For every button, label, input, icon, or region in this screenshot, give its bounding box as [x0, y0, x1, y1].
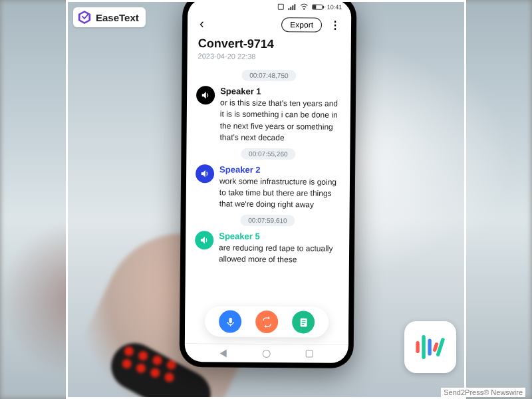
transcript-text: work some infrastructure is going to tak…	[219, 176, 340, 211]
action-bar	[205, 306, 329, 338]
phone-device: 10:41 ‹ Export ⋮ Convert-9714 2023-04-20…	[180, 2, 357, 368]
app-icon	[404, 321, 456, 373]
nav-recent-icon[interactable]	[305, 350, 313, 358]
sound-icon	[195, 231, 213, 249]
record-button[interactable]	[219, 310, 241, 332]
svg-rect-7	[279, 4, 284, 9]
transcript-text: or is this size that's ten years and it …	[219, 97, 341, 144]
brand-logo-icon	[77, 10, 92, 25]
back-button[interactable]: ‹	[196, 15, 208, 33]
sim-icon	[278, 3, 285, 10]
newswire-credit: Send2Press® Newswire	[441, 388, 525, 397]
status-time: 10:41	[327, 4, 342, 11]
timestamp-pill: 00:07:48,750	[241, 70, 297, 82]
svg-rect-2	[416, 341, 419, 353]
svg-rect-8	[289, 8, 290, 10]
brand-badge: EaseText	[73, 7, 146, 27]
android-nav-bar	[185, 343, 348, 363]
export-button[interactable]: Export	[281, 17, 322, 33]
page-datetime: 2023-04-20 22:38	[198, 52, 340, 61]
speaker-label: Speaker 2	[219, 164, 340, 176]
svg-rect-11	[295, 4, 296, 10]
image-frame: EaseText 10:41	[66, 0, 466, 399]
battery-icon	[313, 5, 323, 10]
sound-icon	[196, 164, 214, 183]
timestamp-pill: 00:07:55,260	[241, 148, 296, 160]
speaker-label: Speaker 5	[219, 231, 340, 242]
transcript-entry[interactable]: Speaker 1 or is this size that's ten yea…	[196, 86, 341, 144]
signal-icon	[289, 3, 297, 10]
repeat-button[interactable]	[255, 311, 278, 333]
nav-back-icon[interactable]	[220, 349, 227, 357]
nav-home-icon[interactable]	[262, 349, 270, 357]
svg-rect-9	[291, 7, 292, 10]
svg-point-12	[304, 8, 305, 9]
title-block: Convert-9714 2023-04-20 22:38	[188, 37, 351, 66]
wifi-icon	[301, 3, 309, 10]
transcript-text: are reducing red tape to actually allowe…	[219, 242, 340, 266]
page-title: Convert-9714	[198, 37, 340, 52]
image-frame-inner: EaseText 10:41	[68, 2, 464, 397]
app-header: ‹ Export ⋮	[188, 13, 351, 38]
notes-button[interactable]	[292, 311, 315, 333]
timestamp-pill: 00:07:59,610	[240, 214, 295, 226]
svg-rect-10	[293, 5, 294, 10]
brand-name: EaseText	[96, 12, 139, 23]
sound-icon	[196, 86, 215, 104]
transcript-entry[interactable]: Speaker 2 work some infrastructure is go…	[196, 164, 341, 211]
transcript-entry[interactable]: Speaker 5 are reducing red tape to actua…	[195, 231, 340, 267]
svg-rect-3	[422, 335, 425, 359]
svg-rect-4	[428, 338, 431, 355]
svg-rect-13	[229, 317, 231, 323]
phone-screen: 10:41 ‹ Export ⋮ Convert-9714 2023-04-20…	[185, 2, 352, 363]
status-bar: 10:41	[188, 2, 351, 15]
speaker-label: Speaker 1	[220, 86, 341, 97]
more-menu-button[interactable]: ⋮	[327, 17, 343, 33]
transcript-list[interactable]: 00:07:48,750 Speaker 1 or is this size t…	[185, 65, 351, 344]
